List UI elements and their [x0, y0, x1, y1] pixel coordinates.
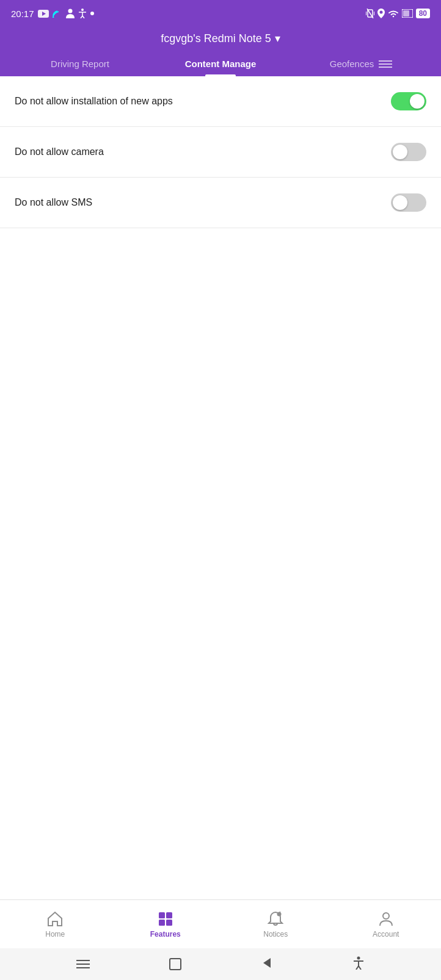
cast-icon [53, 10, 62, 18]
bottom-nav-notices-label: Notices [263, 930, 288, 939]
tab-driving-report-label: Driving Report [51, 59, 109, 69]
bottom-nav-features-label: Features [150, 930, 181, 939]
status-time: 20:17 [11, 9, 34, 19]
youtube-icon [38, 10, 49, 18]
svg-point-13 [379, 11, 382, 14]
svg-line-8 [82, 16, 84, 18]
svg-rect-18 [159, 920, 165, 926]
status-bar: 20:17 [0, 0, 441, 27]
toggle-no-sms-label: Do not allow SMS [15, 197, 92, 208]
status-dot [90, 12, 94, 15]
toggle-no-sms: Do not allow SMS [0, 178, 441, 228]
system-nav-bar [0, 948, 441, 980]
svg-line-28 [359, 966, 361, 970]
bottom-nav: Home Features Notices Account [0, 899, 441, 948]
wifi-icon [388, 9, 399, 18]
tab-driving-report[interactable]: Driving Report [10, 54, 150, 76]
status-bar-left: 20:17 [11, 9, 94, 19]
toggle-no-camera-knob [393, 145, 407, 159]
toggle-no-camera-label: Do not allow camera [15, 146, 104, 157]
svg-rect-19 [166, 920, 172, 926]
toggle-no-sms-knob [393, 195, 407, 210]
tab-geofences[interactable]: Geofences [291, 54, 431, 76]
accessibility-icon [78, 9, 87, 18]
svg-point-24 [357, 957, 360, 960]
svg-rect-17 [166, 912, 172, 918]
battery-indicator: 80 [416, 9, 430, 18]
toggle-no-sms-switch[interactable] [391, 193, 426, 212]
bottom-nav-account-label: Account [373, 930, 399, 939]
toggle-no-camera-switch[interactable] [391, 143, 426, 161]
home-icon [46, 910, 64, 928]
device-title[interactable]: fcgvgb's Redmi Note 5 ▾ [161, 32, 280, 45]
sys-nav-recents[interactable] [169, 958, 181, 970]
nav-tabs: Driving Report Content Manage Geofences [10, 54, 431, 76]
sys-nav-accessibility[interactable] [352, 956, 365, 972]
account-icon [377, 910, 395, 928]
svg-point-3 [68, 9, 72, 13]
sys-nav-menu[interactable] [76, 960, 90, 968]
header: fcgvgb's Redmi Note 5 ▾ Driving Report C… [0, 27, 441, 76]
tab-content-manage[interactable]: Content Manage [150, 54, 291, 76]
location-icon [377, 9, 385, 18]
sys-nav-back[interactable] [261, 957, 273, 971]
status-bar-right: 80 [366, 9, 430, 18]
svg-point-2 [53, 16, 54, 18]
person-icon [66, 9, 75, 18]
toggle-no-camera: Do not allow camera [0, 127, 441, 178]
svg-rect-15 [403, 10, 409, 16]
screen-icon [402, 9, 413, 18]
main-content: Do not allow installation of new apps Do… [0, 76, 441, 899]
bottom-nav-home-label: Home [45, 930, 65, 939]
svg-rect-16 [159, 912, 165, 918]
vibrate-off-icon [366, 9, 374, 18]
svg-point-22 [383, 913, 389, 919]
dropdown-arrow: ▾ [275, 32, 280, 45]
bell-icon [267, 910, 284, 928]
device-name: fcgvgb's Redmi Note 5 [161, 32, 271, 45]
features-icon [157, 910, 174, 928]
toggle-no-new-apps-label: Do not allow installation of new apps [15, 96, 173, 107]
tab-content-manage-label: Content Manage [185, 59, 257, 69]
bottom-nav-home[interactable]: Home [0, 900, 111, 948]
menu-icon [379, 60, 392, 68]
toggle-no-new-apps-switch[interactable] [391, 92, 426, 110]
svg-marker-23 [263, 958, 271, 968]
toggle-no-new-apps-knob [410, 94, 425, 109]
bottom-nav-features[interactable]: Features [111, 900, 221, 948]
tab-geofences-label: Geofences [330, 59, 374, 69]
bottom-nav-notices[interactable]: Notices [221, 900, 331, 948]
toggle-no-new-apps: Do not allow installation of new apps [0, 76, 441, 127]
svg-point-4 [81, 9, 84, 11]
bottom-nav-account[interactable]: Account [331, 900, 442, 948]
